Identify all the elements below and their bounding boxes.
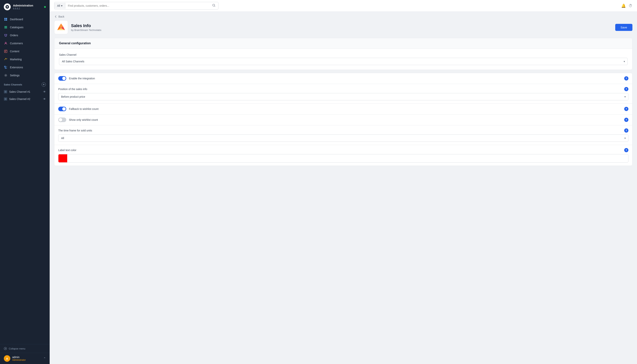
plugin-info: Sales Info by BrainStream Technolabs (71, 23, 101, 32)
sidebar-item-label: Dashboard (10, 18, 23, 21)
position-select[interactable]: Before product price (58, 93, 628, 100)
position-label: Position of the sales info (58, 88, 87, 90)
svg-point-9 (6, 36, 6, 37)
svg-point-8 (5, 36, 5, 37)
svg-rect-5 (5, 26, 7, 27)
color-input[interactable]: #ff0000 (67, 155, 628, 162)
plugin-icon (54, 20, 68, 34)
enable-integration-row: Enable the integration ? (55, 73, 632, 84)
channel-label: Sales Channel #1 (9, 90, 30, 93)
svg-rect-2 (6, 18, 7, 19)
main-content: All ▾ 🔔 ⏱ Back (50, 0, 637, 364)
search-input[interactable] (65, 3, 209, 9)
sidebar-item-extensions[interactable]: Extensions (0, 63, 50, 71)
back-label: Back (59, 15, 64, 18)
user-menu-chevron: ⌃ (43, 357, 46, 360)
time-frame-label: The time frame for sold units (58, 129, 92, 132)
fallback-toggle[interactable] (58, 107, 66, 111)
search-filter-button[interactable]: All ▾ (55, 3, 65, 9)
sales-channel-2[interactable]: Sales Channel #2 👁 (0, 96, 50, 103)
svg-rect-16 (5, 91, 7, 93)
sales-channels-section: Sales Channels + (0, 79, 50, 88)
user-avatar: A (4, 355, 10, 362)
sidebar-item-marketing[interactable]: Marketing (0, 55, 50, 63)
app-name: Administration (13, 4, 33, 7)
time-frame-select-wrap: All ▾ (58, 134, 628, 142)
sidebar-item-settings[interactable]: Settings (0, 71, 50, 79)
sidebar-item-orders[interactable]: Orders (0, 31, 50, 39)
general-config-body: Sales Channel All Sales Channels ▾ (55, 49, 632, 70)
content-icon (4, 50, 8, 53)
topbar-actions: 🔔 ⏱ (621, 4, 632, 8)
topbar: All ▾ 🔔 ⏱ (50, 0, 637, 12)
add-sales-channel-button[interactable]: + (42, 82, 46, 86)
position-help-icon[interactable]: ? (624, 87, 628, 91)
color-swatch[interactable] (59, 154, 67, 162)
app-version: 6.6.8.2 (13, 7, 33, 10)
filter-label: All (57, 4, 60, 7)
channel-icon (4, 90, 7, 94)
enable-integration-label: Enable the integration (69, 77, 95, 80)
notifications-icon[interactable]: 🔔 (621, 4, 626, 8)
search-bar: All ▾ (54, 2, 218, 10)
sales-channel-select[interactable]: All Sales Channels (59, 58, 628, 65)
orders-icon (4, 34, 8, 37)
toggle-knob (62, 107, 66, 111)
general-config-title: General configuration (55, 38, 632, 49)
sidebar: Administration 6.6.8.2 Dashboard Catalog… (0, 0, 50, 364)
channel-visibility-icon[interactable]: 👁 (43, 98, 46, 100)
page-content: Back Sales Info by BrainStream Technolab… (50, 12, 637, 364)
sales-channel-select-wrap: All Sales Channels ▾ (59, 58, 628, 65)
sidebar-header: Administration 6.6.8.2 (0, 0, 50, 14)
sidebar-item-content[interactable]: Content (0, 47, 50, 55)
show-only-help-icon[interactable]: ? (624, 118, 628, 122)
user-name: admin (12, 356, 26, 359)
collapse-label: Collapse menu (9, 347, 26, 350)
fallback-help-icon[interactable]: ? (624, 107, 628, 111)
time-frame-select[interactable]: All (58, 134, 628, 142)
time-frame-help-icon[interactable]: ? (624, 128, 628, 132)
color-field: #ff0000 (58, 154, 628, 162)
search-button[interactable] (209, 2, 218, 9)
show-only-toggle[interactable] (58, 118, 66, 122)
app-logo (4, 4, 11, 10)
filter-chevron-icon: ▾ (61, 4, 63, 7)
sidebar-item-label: Settings (10, 74, 20, 77)
channel-visibility-icon[interactable]: 👁 (43, 90, 46, 93)
svg-rect-1 (5, 18, 6, 19)
save-button[interactable]: Save (615, 24, 632, 31)
time-frame-row: The time frame for sold units ? All ▾ (55, 125, 632, 145)
sales-channel-1[interactable]: Sales Channel #1 👁 (0, 88, 50, 96)
show-only-label: Show only wishlist count (69, 118, 98, 121)
sidebar-item-label: Catalogues (10, 26, 24, 29)
sidebar-item-dashboard[interactable]: Dashboard (0, 15, 50, 23)
extensions-icon (4, 66, 8, 69)
catalogue-icon (4, 25, 8, 29)
channel-icon (4, 97, 7, 101)
settings-icon (4, 74, 8, 77)
svg-point-10 (5, 42, 6, 43)
sidebar-item-catalogues[interactable]: Catalogues (0, 23, 50, 31)
enable-integration-help-icon[interactable]: ? (624, 76, 628, 80)
collapse-menu-button[interactable]: Collapse menu (0, 344, 50, 353)
svg-rect-7 (5, 28, 7, 28)
back-link[interactable]: Back (50, 12, 637, 20)
plugin-name: Sales Info (71, 23, 101, 28)
sidebar-item-customers[interactable]: Customers (0, 39, 50, 47)
position-select-wrap: Before product price ▾ (58, 93, 628, 100)
enable-integration-toggle[interactable] (58, 76, 66, 81)
toggle-knob (62, 77, 66, 80)
sales-channel-label: Sales Channel (59, 53, 628, 56)
fallback-row: Fallback to wishlist count ? (55, 104, 632, 114)
dashboard-icon (4, 17, 8, 21)
marketing-icon (4, 58, 8, 61)
plugin-by: by BrainStream Technolabs (71, 28, 101, 32)
online-indicator (44, 6, 46, 8)
sidebar-item-label: Extensions (10, 66, 23, 69)
user-profile[interactable]: A admin Administrator ⌃ (0, 353, 50, 364)
sidebar-item-label: Customers (10, 42, 23, 45)
settings-card: Enable the integration ? Position of the… (54, 73, 632, 166)
help-icon[interactable]: ⏱ (628, 4, 632, 8)
toggle-knob (59, 118, 62, 122)
label-color-help-icon[interactable]: ? (624, 148, 628, 152)
